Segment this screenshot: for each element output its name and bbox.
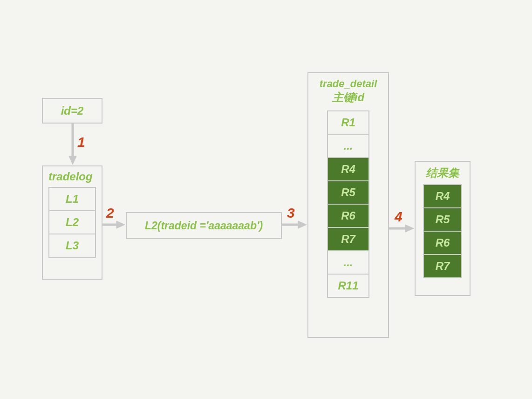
trade-detail-row: ...	[327, 250, 369, 275]
trade-detail-box: trade_detail 主键id R1 ... R4 R5 R6 R7 ...…	[307, 72, 389, 338]
arrow-3	[282, 220, 307, 229]
tradelog-row: L1	[48, 187, 96, 211]
step-2: 2	[106, 205, 114, 221]
arrow-1	[68, 124, 77, 165]
trade-detail-title2: 主键id	[315, 90, 382, 105]
tradelog-rows: L1 L2 L3	[48, 187, 96, 258]
result-box: 结果集 R4 R5 R6 R7	[415, 161, 471, 296]
result-row: R6	[423, 231, 462, 255]
arrow-4	[389, 224, 415, 233]
trade-detail-row: R6	[327, 204, 369, 228]
tradelog-title: tradelog	[48, 170, 96, 183]
result-rows: R4 R5 R6 R7	[420, 184, 465, 278]
step-4: 4	[395, 209, 402, 225]
trade-detail-row: R5	[327, 180, 369, 205]
tradelog-box: tradelog L1 L2 L3	[42, 165, 102, 280]
result-row: R5	[423, 207, 462, 232]
lookup-label: L2(tradeid ='aaaaaaab')	[145, 220, 263, 232]
tradelog-row: L3	[48, 234, 96, 258]
trade-detail-row: R7	[327, 227, 369, 251]
lookup-box: L2(tradeid ='aaaaaaab')	[126, 212, 282, 239]
svg-marker-3	[116, 221, 125, 228]
step-3: 3	[287, 205, 295, 221]
trade-detail-row: ...	[327, 134, 369, 158]
svg-marker-1	[69, 156, 76, 165]
trade-detail-rows: R1 ... R4 R5 R6 R7 ... R11	[315, 110, 382, 298]
arrow-2	[102, 220, 126, 229]
trade-detail-row: R1	[327, 110, 369, 135]
svg-marker-7	[405, 225, 414, 232]
trade-detail-row: R11	[327, 274, 369, 298]
id-box-label: id=2	[61, 104, 84, 117]
tradelog-row: L2	[48, 210, 96, 234]
step-1: 1	[77, 134, 85, 150]
svg-marker-5	[298, 221, 307, 228]
id-box: id=2	[42, 98, 102, 124]
trade-detail-title1: trade_detail	[315, 78, 382, 90]
result-title: 结果集	[420, 165, 465, 180]
result-row: R7	[423, 254, 462, 278]
trade-detail-row: R4	[327, 157, 369, 181]
result-row: R4	[423, 184, 462, 208]
